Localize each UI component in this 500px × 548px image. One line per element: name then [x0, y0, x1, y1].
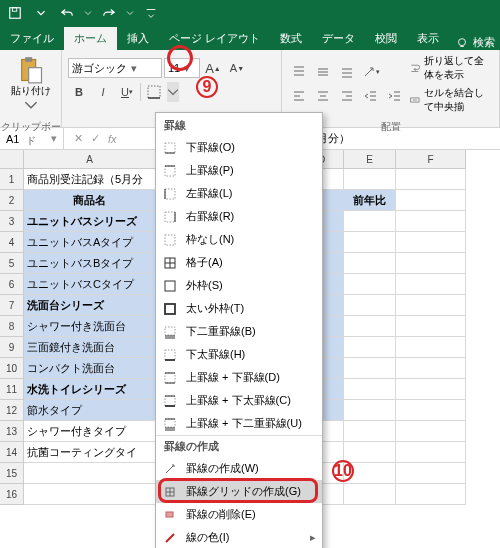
cell[interactable]: コンパクト洗面台 [24, 358, 156, 379]
menu-item[interactable]: 枠なし(N) [156, 228, 322, 251]
cell[interactable]: 節水タイプ [24, 400, 156, 421]
fx-icon[interactable]: fx [108, 133, 117, 145]
menu-item[interactable]: 線の色(I)▸ [156, 526, 322, 548]
enter-icon[interactable]: ✓ [91, 132, 100, 145]
increase-font-icon[interactable]: A▲ [202, 58, 224, 78]
row-header[interactable]: 2 [0, 190, 24, 211]
cell[interactable]: 三面鏡付き洗面台 [24, 337, 156, 358]
paste-button[interactable]: 貼り付け [7, 54, 55, 114]
cell[interactable] [396, 358, 466, 379]
menu-item[interactable]: 下二重罫線(B) [156, 320, 322, 343]
menu-item[interactable]: 上罫線 + 下太罫線(C) [156, 389, 322, 412]
cell[interactable]: ユニットバスAタイプ [24, 232, 156, 253]
cell[interactable]: ユニットバスシリーズ [24, 211, 156, 232]
tab-data[interactable]: データ [312, 27, 365, 50]
row-header[interactable]: 12 [0, 400, 24, 421]
undo-icon[interactable] [56, 2, 78, 24]
tab-formulas[interactable]: 数式 [270, 27, 312, 50]
menu-item[interactable]: 罫線の作成(W) [156, 457, 322, 480]
indent-dec-icon[interactable] [360, 86, 382, 106]
qat-customize-icon[interactable] [140, 2, 162, 24]
cell[interactable]: ユニットバスBタイプ [24, 253, 156, 274]
row-header[interactable]: 15 [0, 463, 24, 484]
cell[interactable] [396, 253, 466, 274]
col-header[interactable]: E [344, 150, 396, 169]
cell[interactable] [344, 379, 396, 400]
cell[interactable]: シャワー付きタイプ [24, 421, 156, 442]
cell[interactable] [344, 421, 396, 442]
cell[interactable] [396, 316, 466, 337]
cell[interactable] [396, 379, 466, 400]
menu-item[interactable]: 上罫線(P) [156, 159, 322, 182]
cell[interactable] [344, 400, 396, 421]
name-box[interactable]: A1▾ [0, 128, 64, 149]
row-header[interactable]: 7 [0, 295, 24, 316]
cell[interactable] [396, 484, 466, 505]
cell[interactable] [344, 442, 396, 463]
row-header[interactable]: 1 [0, 169, 24, 190]
cell[interactable] [396, 400, 466, 421]
border-button[interactable] [143, 82, 165, 102]
cell[interactable]: 洗面台シリーズ [24, 295, 156, 316]
cell[interactable] [396, 274, 466, 295]
cell[interactable]: 商品名 [24, 190, 156, 211]
align-top-icon[interactable] [288, 62, 310, 82]
menu-item[interactable]: 上罫線 + 下二重罫線(U) [156, 412, 322, 435]
menu-item[interactable]: 下太罫線(H) [156, 343, 322, 366]
cell[interactable] [396, 295, 466, 316]
cell[interactable] [344, 484, 396, 505]
cell[interactable] [344, 211, 396, 232]
select-all-corner[interactable] [0, 150, 24, 169]
align-bottom-icon[interactable] [336, 62, 358, 82]
row-header[interactable]: 3 [0, 211, 24, 232]
cell[interactable]: 水洗トイレシリーズ [24, 379, 156, 400]
bold-button[interactable]: B [68, 82, 90, 102]
orientation-icon[interactable]: ▾ [360, 62, 382, 82]
row-header[interactable]: 16 [0, 484, 24, 505]
cell[interactable]: ユニットバスCタイプ [24, 274, 156, 295]
row-header[interactable]: 5 [0, 253, 24, 274]
cell[interactable] [396, 463, 466, 484]
menu-item[interactable]: 上罫線 + 下罫線(D) [156, 366, 322, 389]
tab-home[interactable]: ホーム [64, 27, 117, 50]
menu-item[interactable]: 左罫線(L) [156, 182, 322, 205]
row-header[interactable]: 11 [0, 379, 24, 400]
chevron-down-icon[interactable] [30, 2, 52, 24]
italic-button[interactable]: I [92, 82, 114, 102]
menu-item[interactable]: 右罫線(R) [156, 205, 322, 228]
cancel-icon[interactable]: ✕ [74, 132, 83, 145]
cell[interactable]: 商品別受注記録（5月分 [24, 169, 156, 190]
row-header[interactable]: 8 [0, 316, 24, 337]
align-left-icon[interactable] [288, 86, 310, 106]
redo-icon[interactable] [98, 2, 120, 24]
row-header[interactable]: 10 [0, 358, 24, 379]
tab-view[interactable]: 表示 [407, 27, 449, 50]
cell[interactable]: 抗菌コーティングタイ [24, 442, 156, 463]
menu-item[interactable]: 格子(A) [156, 251, 322, 274]
underline-button[interactable]: U▾ [116, 82, 138, 102]
border-dropdown[interactable] [167, 82, 179, 102]
col-header[interactable]: A [24, 150, 156, 169]
cell[interactable] [344, 358, 396, 379]
align-middle-icon[interactable] [312, 62, 334, 82]
cell[interactable] [344, 316, 396, 337]
wrap-text-button[interactable]: 折り返して全体を表示 [410, 54, 493, 82]
merge-center-button[interactable]: セルを結合して中央揃 [410, 86, 493, 114]
menu-item[interactable]: 太い外枠(T) [156, 297, 322, 320]
decrease-font-icon[interactable]: A▼ [226, 58, 248, 78]
cell[interactable] [396, 169, 466, 190]
indent-inc-icon[interactable] [384, 86, 406, 106]
menu-item[interactable]: 下罫線(O) [156, 136, 322, 159]
tab-review[interactable]: 校閲 [365, 27, 407, 50]
row-header[interactable]: 4 [0, 232, 24, 253]
search-button[interactable]: 検索 [455, 35, 495, 50]
cell[interactable] [344, 169, 396, 190]
row-header[interactable]: 9 [0, 337, 24, 358]
cell[interactable] [344, 253, 396, 274]
cell[interactable]: 前年比 [344, 190, 396, 211]
align-center-icon[interactable] [312, 86, 334, 106]
cell[interactable]: シャワー付き洗面台 [24, 316, 156, 337]
cell[interactable] [396, 442, 466, 463]
chevron-down-icon[interactable] [124, 2, 136, 24]
row-header[interactable]: 13 [0, 421, 24, 442]
